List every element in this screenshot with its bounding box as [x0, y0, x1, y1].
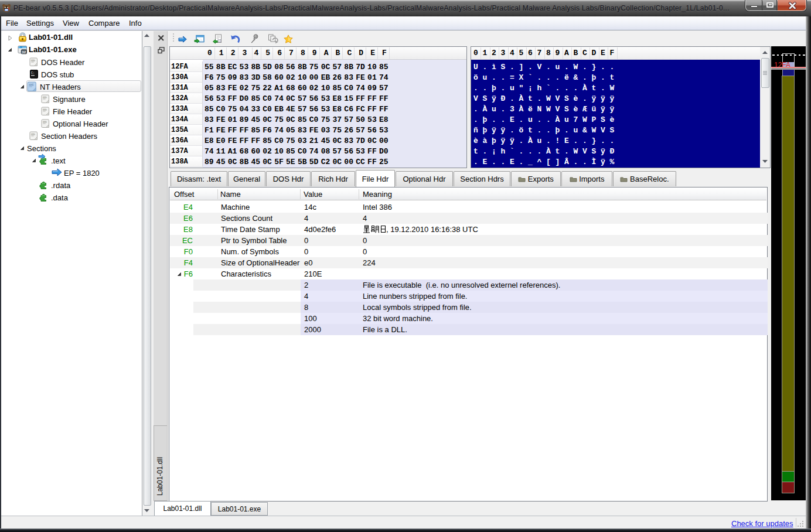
svg-text:cnt: cnt: [43, 108, 47, 111]
svg-text:32: 32: [22, 50, 26, 54]
svg-text:cnt: cnt: [43, 121, 47, 123]
svg-text:cnt: cnt: [31, 59, 36, 62]
svg-text:cnt: cnt: [31, 133, 36, 135]
svg-text:cnt: cnt: [29, 83, 34, 86]
svg-text:cnt: cnt: [43, 96, 47, 98]
svg-text:C:: C:: [31, 71, 35, 75]
